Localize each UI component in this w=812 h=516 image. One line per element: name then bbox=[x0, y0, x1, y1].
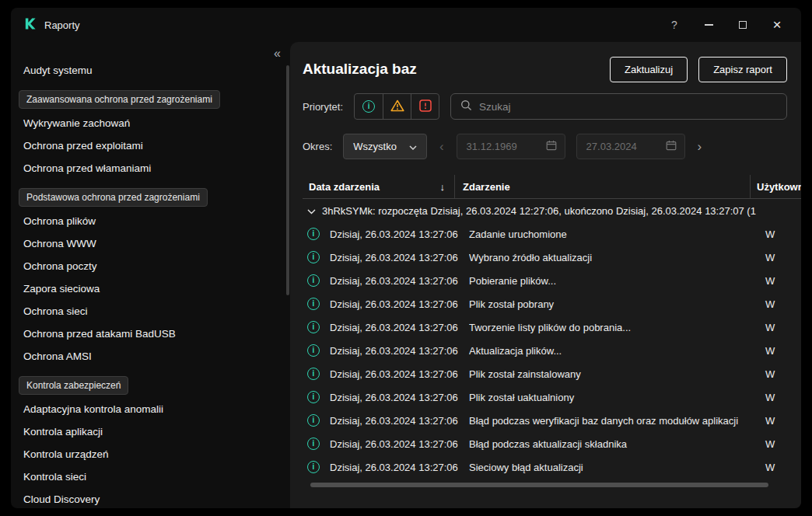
info-icon: i bbox=[307, 414, 320, 427]
table-row[interactable]: iDzisiaj, 26.03.2024 13:27:06Błąd podcza… bbox=[303, 409, 801, 432]
info-icon: i bbox=[307, 321, 320, 333]
table-row[interactable]: iDzisiaj, 26.03.2024 13:27:06Plik został… bbox=[303, 385, 801, 409]
event-user: W bbox=[757, 368, 801, 380]
event-date: Dzisiaj, 26.03.2024 13:27:06 bbox=[330, 392, 460, 403]
sort-desc-icon: ↓ bbox=[440, 181, 446, 193]
sidebar-item[interactable]: Adaptacyjna kontrola anomalii bbox=[11, 398, 290, 420]
calendar-icon bbox=[666, 140, 677, 153]
info-icon: i bbox=[307, 344, 320, 357]
info-icon: i bbox=[307, 228, 320, 240]
event-text: Plik został zainstalowany bbox=[469, 368, 751, 380]
table-row[interactable]: iDzisiaj, 26.03.2024 13:27:06Sieciowy bł… bbox=[303, 455, 801, 479]
table-row[interactable]: iDzisiaj, 26.03.2024 13:27:06Błąd podcza… bbox=[303, 432, 801, 455]
sidebar-item[interactable]: Ochrona przed exploitami bbox=[11, 134, 290, 157]
sidebar-item[interactable]: Kontrola aplikacji bbox=[11, 420, 290, 443]
sidebar-item[interactable]: Audyt systemu bbox=[11, 59, 290, 82]
priority-warning-button[interactable] bbox=[383, 94, 411, 119]
info-icon: i bbox=[307, 251, 320, 263]
table-row[interactable]: iDzisiaj, 26.03.2024 13:27:06Zadanie uru… bbox=[303, 222, 801, 246]
sidebar-item[interactable]: Wykrywanie zachowań bbox=[11, 112, 290, 134]
date-to-value: 27.03.2024 bbox=[586, 141, 637, 152]
critical-icon bbox=[419, 99, 432, 114]
table-row[interactable]: iDzisiaj, 26.03.2024 13:27:06Pobieranie … bbox=[303, 269, 801, 292]
event-user: W bbox=[757, 228, 801, 240]
event-date: Dzisiaj, 26.03.2024 13:27:06 bbox=[330, 228, 460, 240]
column-header-user[interactable]: Użytkownik bbox=[751, 175, 801, 198]
maximize-button[interactable] bbox=[730, 13, 756, 37]
kaspersky-logo-icon bbox=[23, 17, 37, 33]
table-row[interactable]: iDzisiaj, 26.03.2024 13:27:06Aktualizacj… bbox=[303, 339, 801, 362]
search-field[interactable] bbox=[450, 93, 787, 120]
period-dropdown[interactable]: Wszystko bbox=[343, 134, 427, 159]
sidebar-scrollbar[interactable] bbox=[286, 65, 289, 295]
column-header-event[interactable]: Zdarzenie bbox=[455, 175, 751, 198]
update-button[interactable]: Zaktualizuj bbox=[610, 57, 688, 82]
table-row[interactable]: iDzisiaj, 26.03.2024 13:27:06Plik został… bbox=[303, 292, 801, 316]
event-date: Dzisiaj, 26.03.2024 13:27:06 bbox=[330, 322, 460, 333]
info-icon: i bbox=[307, 298, 320, 310]
priority-critical-button[interactable] bbox=[411, 94, 439, 119]
sidebar-item[interactable]: Ochrona przed atakami BadUSB bbox=[11, 322, 290, 345]
event-user: W bbox=[757, 438, 801, 450]
table-header: Data zdarzenia ↓ Zdarzenie Użytkownik bbox=[303, 175, 801, 199]
horizontal-scrollbar bbox=[303, 483, 801, 487]
info-icon: i bbox=[307, 461, 320, 473]
table-group-row[interactable]: 3hRkSYMk: rozpoczęta Dzisiaj, 26.03.2024… bbox=[303, 199, 801, 222]
event-text: Aktualizacja plików... bbox=[469, 345, 751, 357]
help-button[interactable]: ? bbox=[661, 13, 688, 37]
sidebar-collapse-button[interactable]: « bbox=[274, 47, 281, 61]
table-row[interactable]: iDzisiaj, 26.03.2024 13:27:06Wybrano źró… bbox=[303, 246, 801, 269]
save-report-button[interactable]: Zapisz raport bbox=[698, 57, 787, 82]
date-to-field[interactable]: 27.03.2024 bbox=[576, 134, 685, 159]
event-user: W bbox=[757, 275, 801, 287]
event-date: Dzisiaj, 26.03.2024 13:27:06 bbox=[330, 438, 460, 450]
prev-period-button[interactable]: ‹ bbox=[438, 140, 446, 153]
chevron-down-icon bbox=[409, 141, 417, 152]
minimize-button[interactable] bbox=[695, 13, 722, 37]
titlebar: Raporty ? × bbox=[11, 8, 801, 42]
sidebar-item[interactable]: Zapora sieciowa bbox=[11, 277, 290, 300]
column-header-date[interactable]: Data zdarzenia ↓ bbox=[303, 175, 455, 198]
search-input[interactable] bbox=[479, 101, 777, 113]
sidebar-item[interactable]: Ochrona AMSI bbox=[11, 345, 290, 368]
sidebar-item[interactable]: Ochrona przed włamaniami bbox=[11, 157, 290, 180]
info-icon: i bbox=[307, 391, 320, 403]
window-title: Raporty bbox=[44, 19, 80, 31]
info-icon: i bbox=[307, 368, 320, 380]
table-row[interactable]: iDzisiaj, 26.03.2024 13:27:06Plik został… bbox=[303, 362, 801, 385]
sidebar-item[interactable]: Ochrona poczty bbox=[11, 255, 290, 277]
sidebar-item[interactable]: Kontrola sieci bbox=[11, 465, 290, 488]
event-user: W bbox=[757, 415, 801, 427]
sidebar-item[interactable]: Cloud Discovery bbox=[11, 488, 290, 508]
page-title: Aktualizacja baz bbox=[303, 61, 417, 78]
period-label: Okres: bbox=[303, 141, 332, 152]
priority-info-button[interactable]: i bbox=[355, 94, 383, 119]
sidebar: « Audyt systemuZaawansowana ochrona prze… bbox=[11, 42, 290, 508]
event-date: Dzisiaj, 26.03.2024 13:27:06 bbox=[330, 345, 460, 357]
event-user: W bbox=[757, 392, 801, 403]
sidebar-section-badge: Zaawansowana ochrona przed zagrożeniami bbox=[19, 90, 220, 109]
event-date: Dzisiaj, 26.03.2024 13:27:06 bbox=[330, 415, 460, 427]
chevron-down-icon bbox=[307, 205, 316, 217]
event-user: W bbox=[757, 252, 801, 263]
event-text: Tworzenie listy plików do pobrania... bbox=[469, 322, 751, 333]
search-icon bbox=[460, 99, 472, 114]
priority-label: Priorytet: bbox=[303, 101, 343, 113]
sidebar-item[interactable]: Ochrona sieci bbox=[11, 300, 290, 322]
date-from-field[interactable]: 31.12.1969 bbox=[457, 134, 565, 159]
sidebar-item[interactable]: Kontrola urządzeń bbox=[11, 443, 290, 465]
table-row[interactable]: iDzisiaj, 26.03.2024 13:27:06Tworzenie l… bbox=[303, 316, 801, 339]
horizontal-scrollbar-thumb[interactable] bbox=[310, 483, 768, 487]
event-user: W bbox=[757, 322, 801, 333]
info-icon: i bbox=[307, 438, 320, 450]
table-body: iDzisiaj, 26.03.2024 13:27:06Zadanie uru… bbox=[303, 222, 801, 479]
sidebar-item[interactable]: Ochrona plików bbox=[11, 210, 290, 232]
close-button[interactable]: × bbox=[764, 13, 790, 37]
maximize-icon bbox=[739, 21, 747, 29]
sidebar-item[interactable]: Ochrona WWW bbox=[11, 232, 290, 255]
event-text: Plik został pobrany bbox=[469, 298, 751, 310]
group-row-text: 3hRkSYMk: rozpoczęta Dzisiaj, 26.03.2024… bbox=[322, 205, 757, 217]
priority-filter-group: i bbox=[354, 93, 439, 120]
next-period-button[interactable]: › bbox=[696, 140, 704, 153]
warning-icon bbox=[390, 99, 404, 114]
